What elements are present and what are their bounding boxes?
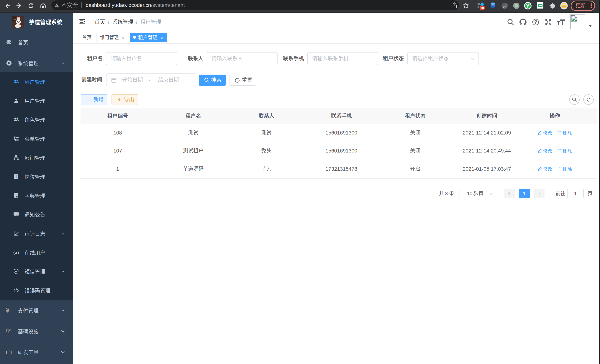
svg-text:10: 10 xyxy=(480,6,484,10)
svg-text:⌘: ⌘ xyxy=(503,3,507,8)
